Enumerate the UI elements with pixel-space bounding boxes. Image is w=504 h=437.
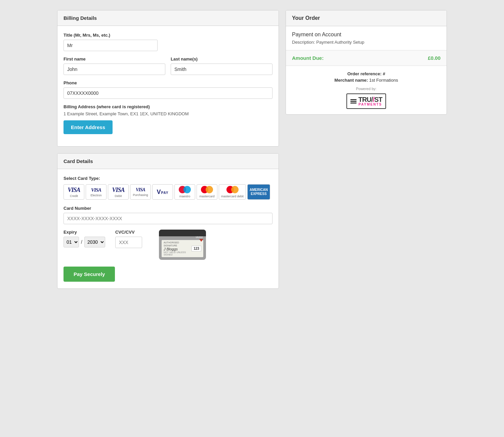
expiry-year-select[interactable]: 2024202520262027 202820292030 2031203220… [84,237,105,247]
order-details-section: Payment on Account Description: Payment … [286,26,447,50]
order-ref: Order reference: # [292,71,440,76]
expiry-month-select[interactable]: 01020304 05060708 09101112 [64,237,79,247]
order-panel-title: Your Order [292,15,320,21]
card-type-mastercard[interactable]: mastercard [197,184,217,200]
name-row: First name Last name(s) [64,56,272,80]
card-details-title: Card Details [64,158,93,164]
cvc-label: CVC/CVV [115,230,142,235]
billing-title: Billing Details [64,15,97,21]
expiry-cvc-row: Expiry 01020304 05060708 09101112 / 2024… [64,230,272,260]
powered-by-text: Powered by: [292,87,440,91]
address-group: Billing Address (where card is registere… [64,104,272,134]
order-meta-section: Order reference: # Merchant name: 1st Fo… [286,66,447,114]
billing-panel-header: Billing Details [57,10,279,26]
address-label: Billing Address (where card is registere… [64,104,272,109]
expiry-selects: 01020304 05060708 09101112 / 20242025202… [64,237,105,247]
order-ref-value: # [383,71,385,76]
first-name-label: First name [64,56,165,62]
trust-payments-text: PAYMENTS [359,103,382,106]
card-number-input[interactable] [64,213,272,224]
card-types-container: VISA Credit VISA Electron VISA Debit [64,184,272,200]
card-illustration: 0000 AUTHORISEDSIGNATURE J Bloggs NOT VA… [159,230,206,260]
phone-group: Phone [64,80,272,99]
card-type-visa-credit[interactable]: VISA Credit [64,184,84,200]
pay-securely-button[interactable]: Pay Securely [64,267,115,282]
trust-logo-container: TRU//ST PAYMENTS [292,93,440,109]
card-details-header: Card Details [57,154,279,169]
card-type-vpay[interactable]: V PAY [152,184,173,200]
order-panel-header: Your Order [286,10,447,26]
address-text: 1 Example Street, Example Town, EX1 1EX,… [64,111,272,116]
card-type-visa-purchasing[interactable]: VISA Purchasing [130,184,151,200]
last-name-label: Last name(s) [171,56,272,62]
magnetic-strip [159,230,206,236]
card-number-group: Card Number [64,206,272,224]
expiry-group: Expiry 01020304 05060708 09101112 / 2024… [64,230,105,247]
billing-panel: Billing Details Title (Mr, Mrs, Ms, etc.… [57,10,279,147]
amount-due-value: £0.00 [428,55,440,61]
title-input[interactable] [64,40,158,51]
card-type-amex[interactable]: AMERICANEXPRESS [247,184,270,200]
signature-name: J Bloggs [164,247,192,251]
cvc-group: CVC/CVV [115,230,142,248]
order-description: Description: Payment Authority Setup [292,40,440,45]
enter-address-button[interactable]: Enter Address [64,120,113,134]
card-type-visa-electron[interactable]: VISA Electron [86,184,107,200]
title-group: Title (Mr, Mrs, Ms, etc.) [64,33,272,51]
last-name-input[interactable] [171,64,272,75]
amount-due-label: Amount Due: [292,55,324,61]
card-type-maestro[interactable]: maestro [174,184,195,200]
description-prefix: Description: [292,40,315,45]
description-value: Payment Authority Setup [316,40,364,45]
phone-label: Phone [64,80,272,85]
phone-input[interactable] [64,87,272,99]
first-name-input[interactable] [64,64,165,75]
cvc-arrow-indicator [199,239,203,242]
cvc-display: 123 [192,246,201,251]
card-type-label: Select Card Type: [64,176,272,181]
order-panel: Your Order Payment on Account Descriptio… [286,10,447,115]
card-number-label: Card Number [64,206,272,211]
order-name: Payment on Account [292,32,440,38]
amount-due-row: Amount Due: £0.00 [286,50,447,66]
expiry-label: Expiry [64,230,105,235]
card-details-panel: Card Details Select Card Type: VISA Cred… [57,153,279,289]
trust-payments-logo: TRU//ST PAYMENTS [346,93,386,109]
title-label: Title (Mr, Mrs, Ms, etc.) [64,33,272,38]
cvc-input[interactable] [115,237,142,248]
merchant-name-value: 1st Formations [369,78,398,83]
merchant-name: Merchant name: 1st Formations [292,78,440,83]
card-type-visa-debit[interactable]: VISA Debit [108,184,129,200]
card-type-mastercard-debit[interactable]: mastercard debit [219,184,246,200]
signature-area: AUTHORISEDSIGNATURE J Bloggs NOT VALID U… [162,240,203,257]
